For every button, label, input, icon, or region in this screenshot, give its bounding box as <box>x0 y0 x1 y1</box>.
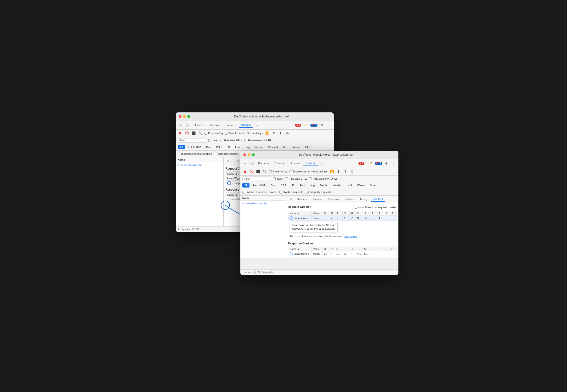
third-party-label-front[interactable]: 3rd-party requests <box>306 191 331 194</box>
type-fetch-back[interactable]: Fetch/XHR <box>186 145 203 149</box>
type-doc-front[interactable]: Doc <box>269 183 278 187</box>
invert-checkbox-back[interactable] <box>208 139 211 142</box>
throttle-front[interactable]: No throttling ▾ <box>312 170 328 173</box>
stop-icon-back[interactable]: ⏹ <box>178 131 182 136</box>
hide-ext-label-front[interactable]: Hide extension URLs <box>309 177 337 180</box>
hide-data-urls-label-front[interactable]: Hide data URLs <box>285 177 307 180</box>
detail-timing-front[interactable]: Timing <box>357 197 370 202</box>
search-icon-front[interactable]: 🔍 <box>262 169 267 174</box>
disable-cache-checkbox-front[interactable] <box>289 170 292 173</box>
blocked-resp-label-back[interactable]: Blocked response cookies <box>178 152 212 155</box>
upload-icon-back[interactable]: ⬆ <box>271 131 276 136</box>
tab-sources-back[interactable]: Sources <box>223 123 238 127</box>
close-button-back[interactable] <box>179 115 181 118</box>
settings-icon-back[interactable]: ⚙ <box>319 122 325 128</box>
throttle-back[interactable]: No throttling ▾ <box>247 132 263 135</box>
blocked-req-back[interactable] <box>215 153 217 155</box>
devtools-mobile-icon-front[interactable]: ⬜ <box>249 160 255 166</box>
more-icon-front[interactable]: ⋮ <box>391 160 397 166</box>
detail-preview-front[interactable]: Preview <box>310 197 325 202</box>
type-media-back[interactable]: Media <box>253 145 265 149</box>
filter-icon-front[interactable]: ⬛ <box>256 169 261 174</box>
tab-elements-front[interactable]: Elements <box>256 161 271 166</box>
hide-ext-front[interactable] <box>309 178 312 180</box>
type-js-front[interactable]: JS <box>289 183 297 187</box>
show-filtered-label-front[interactable]: show filtered out request cookies <box>355 206 397 209</box>
hide-ext-label-back[interactable]: Hide extension URLs <box>244 139 273 142</box>
type-ws-back[interactable]: WS <box>281 145 289 149</box>
type-other-front[interactable]: Other <box>368 183 379 187</box>
stop-icon-front[interactable]: ⏹ <box>242 169 247 174</box>
preserve-log-label-front[interactable]: Preserve log <box>269 170 288 173</box>
type-css-back[interactable]: CSS <box>214 145 224 149</box>
detail-initiator-front[interactable]: Initiator <box>343 197 356 202</box>
tab-console-back[interactable]: Console <box>208 123 222 127</box>
type-other-back[interactable]: Other <box>303 145 314 149</box>
tab-console-front[interactable]: Console <box>272 161 287 166</box>
third-party-front[interactable] <box>306 191 309 194</box>
invert-label-front[interactable]: Invert <box>273 177 283 180</box>
minimize-button-front[interactable] <box>248 153 251 156</box>
blocked-resp-back[interactable] <box>178 153 180 155</box>
blocked-req-label-back[interactable]: Blocked requests <box>215 152 239 155</box>
type-doc-back[interactable]: Doc <box>204 145 213 149</box>
type-manifest-back[interactable]: Manifest <box>266 145 280 149</box>
name-row-front[interactable]: ≡ samesitenone.php <box>240 201 286 206</box>
invert-label-back[interactable]: Invert <box>208 139 219 142</box>
type-media-front[interactable]: Media <box>318 183 329 187</box>
close-button-front[interactable] <box>243 153 246 156</box>
hide-data-urls-back[interactable] <box>221 139 223 142</box>
type-img-front[interactable]: Img <box>308 183 317 187</box>
maximize-button-back[interactable] <box>187 115 190 118</box>
tab-more-back[interactable]: » <box>254 123 260 127</box>
type-fetch-front[interactable]: Fetch/XHR <box>251 183 268 187</box>
more-icon-back[interactable]: ⋮ <box>326 122 332 128</box>
detail-close-back[interactable]: ✕ <box>225 159 231 163</box>
search-icon-back[interactable]: 🔍 <box>198 131 203 136</box>
hide-ext-back[interactable] <box>244 139 247 142</box>
devtools-cursor-icon[interactable]: ⊹ <box>178 122 183 128</box>
resp-row-1-front[interactable]: i unpartitioned foobar c... / 1... 6... … <box>288 251 397 256</box>
blocked-resp-label-front[interactable]: Blocked response cookies <box>242 191 277 194</box>
type-wasm-front[interactable]: Wasm <box>355 183 367 187</box>
type-font-front[interactable]: Font <box>298 183 307 187</box>
type-js-back[interactable]: JS <box>224 145 232 149</box>
maximize-button-front[interactable] <box>252 153 255 156</box>
detail-response-front[interactable]: Response <box>325 197 342 202</box>
learn-more-link-front[interactable]: Learn more <box>343 235 357 238</box>
clear-icon-front[interactable]: 🚫 <box>249 169 254 174</box>
tab-elements-back[interactable]: Elements <box>191 123 207 127</box>
type-all-front[interactable]: All <box>242 183 250 187</box>
preserve-log-checkbox-front[interactable] <box>269 170 272 173</box>
blocked-req-front[interactable] <box>279 191 282 194</box>
download-icon-back[interactable]: ⬇ <box>278 131 283 136</box>
hide-data-urls-front[interactable] <box>285 178 288 180</box>
hide-data-urls-label-back[interactable]: Hide data URLs <box>221 139 243 142</box>
settings2-icon-back[interactable]: ⚙ <box>285 131 290 136</box>
type-font-back[interactable]: Font <box>233 145 242 149</box>
devtools-mobile-icon[interactable]: ⬜ <box>184 122 190 128</box>
type-img-back[interactable]: Img <box>243 145 252 149</box>
tab-network-back[interactable]: Network <box>239 123 253 128</box>
blocked-req-label-front[interactable]: Blocked requests <box>279 191 303 194</box>
blocked-resp-front[interactable] <box>242 191 245 194</box>
type-css-front[interactable]: CSS <box>279 183 288 187</box>
type-all-back[interactable]: All <box>178 145 185 149</box>
wifi-icon-front[interactable]: 📶 <box>329 169 334 174</box>
invert-checkbox-front[interactable] <box>273 178 276 180</box>
tab-sources-front[interactable]: Sources <box>288 161 302 166</box>
upload-icon-front[interactable]: ⬆ <box>336 169 341 174</box>
req-row-1-front[interactable]: i unpartitioned foobar c... / 2... 1... … <box>288 215 397 221</box>
disable-cache-label-back[interactable]: Disable cache <box>225 132 245 135</box>
minimize-button-back[interactable] <box>183 115 186 118</box>
clear-icon-back[interactable]: 🚫 <box>184 131 189 136</box>
type-ws-front[interactable]: WS <box>345 183 354 187</box>
tab-more-front[interactable]: » <box>319 161 325 166</box>
settings-icon-front[interactable]: ⚙ <box>384 160 389 166</box>
detail-close-front[interactable]: ✕ <box>288 197 294 201</box>
filter-icon-back[interactable]: ⬛ <box>191 131 196 136</box>
settings2-icon-front[interactable]: ⚙ <box>350 169 354 174</box>
wifi-icon-back[interactable]: 📶 <box>265 131 270 136</box>
name-row-back[interactable]: ≡ samesitenone.php <box>176 162 224 168</box>
detail-headers-front[interactable]: Headers <box>295 197 309 202</box>
